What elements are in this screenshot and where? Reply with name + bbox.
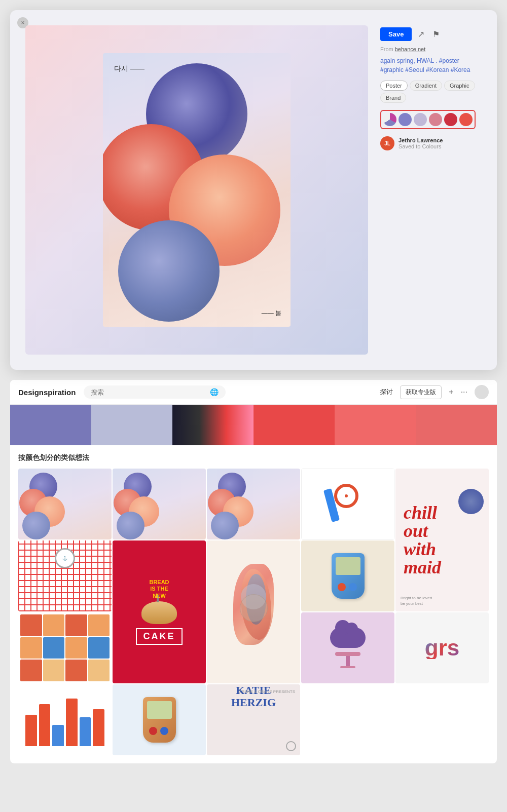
swatch-coral[interactable] bbox=[459, 113, 473, 126]
designspiration-panel: Designspiration 🌐 探讨 获取专业版 + ··· 按颜色划分的类… bbox=[10, 380, 497, 763]
bread-visual bbox=[141, 601, 177, 624]
cake-plate bbox=[335, 652, 360, 656]
color-segment-1 bbox=[10, 405, 91, 445]
katie-presents: CRANE & CRANE PRESENTS bbox=[239, 689, 295, 694]
color-segment-5 bbox=[335, 405, 416, 445]
gameby-2-screen bbox=[147, 701, 172, 719]
avatar: JL bbox=[380, 136, 394, 150]
modal-container: × 다시 —— —— 봄 Save ↗ ⚑ From behance.net bbox=[10, 10, 497, 370]
grid-item-fabric[interactable]: ⚓ bbox=[18, 540, 112, 611]
pattern-content bbox=[18, 612, 112, 683]
action-row: Save ↗ ⚑ bbox=[380, 27, 482, 41]
grid-item-bread[interactable]: BREADIS THENEW CAKE bbox=[113, 540, 206, 683]
nav-actions: 探讨 获取专业版 + ··· bbox=[380, 385, 489, 399]
grid-item-gameby-2[interactable] bbox=[113, 684, 206, 755]
poster-image: 다시 —— —— 봄 bbox=[103, 53, 291, 327]
poster-text-top: 다시 —— bbox=[114, 64, 144, 73]
chart-bar-6 bbox=[93, 709, 104, 746]
save-button[interactable]: Save bbox=[380, 27, 412, 41]
grid-item-poster-1[interactable] bbox=[18, 469, 112, 539]
katie-content: CRANE & CRANE PRESENTS KATIEHERZIG bbox=[207, 684, 300, 755]
poster-background: 다시 —— —— 봄 bbox=[25, 25, 368, 355]
poster-thumb-2 bbox=[113, 469, 206, 539]
bookmark-button[interactable]: ⚑ bbox=[430, 27, 442, 41]
cake-stand bbox=[346, 656, 350, 666]
swatch-pie[interactable] bbox=[383, 113, 396, 126]
grid-item-pattern[interactable] bbox=[18, 612, 112, 683]
swatch-lavender[interactable] bbox=[414, 113, 427, 126]
chart-bar-1 bbox=[25, 715, 37, 746]
user-saved: Saved to Colours bbox=[399, 143, 443, 149]
lion-image bbox=[207, 540, 300, 683]
chart-bar-2 bbox=[39, 704, 51, 746]
watch-face bbox=[334, 484, 358, 508]
swatch-rose[interactable] bbox=[429, 113, 442, 126]
tag-poster[interactable]: Poster bbox=[380, 81, 408, 91]
poster-thumb-3 bbox=[207, 469, 300, 539]
color-segment-3 bbox=[172, 405, 254, 445]
chill-decoration bbox=[458, 489, 484, 514]
katie-image: CRANE & CRANE PRESENTS KATIEHERZIG bbox=[207, 684, 300, 755]
share-button[interactable]: ↗ bbox=[416, 27, 426, 41]
gameby-device bbox=[332, 553, 365, 599]
typo-image: grs bbox=[395, 612, 489, 683]
grid-item-gameby-small[interactable] bbox=[301, 540, 394, 611]
pattern-image bbox=[18, 612, 112, 683]
pattern-grid bbox=[18, 612, 112, 683]
grid-item-chart[interactable] bbox=[18, 684, 112, 755]
swatch-crimson[interactable] bbox=[444, 113, 457, 126]
gameby-image bbox=[301, 540, 394, 611]
more-button[interactable]: ··· bbox=[461, 388, 467, 397]
chart-bar-3 bbox=[52, 725, 64, 746]
cloud-shape bbox=[330, 628, 366, 648]
gameby-screen bbox=[336, 557, 360, 575]
navbar: Designspiration 🌐 探讨 获取专业版 + ··· bbox=[10, 380, 497, 405]
chart-image bbox=[18, 684, 112, 755]
close-icon: × bbox=[21, 19, 24, 26]
color-bar bbox=[10, 405, 497, 445]
grid-item-poster-3[interactable] bbox=[207, 469, 300, 539]
grid-item-watch[interactable] bbox=[301, 469, 394, 539]
swatch-blue[interactable] bbox=[399, 113, 412, 126]
lion-artwork bbox=[221, 554, 286, 670]
grid-item-katie[interactable]: CRANE & CRANE PRESENTS KATIEHERZIG bbox=[207, 684, 300, 755]
ds-logo: Designspiration bbox=[18, 388, 76, 397]
bread-image: BREADIS THENEW CAKE bbox=[113, 540, 206, 683]
grid-item-poster-2[interactable] bbox=[113, 469, 206, 539]
gameby-2-image bbox=[113, 684, 206, 755]
cake-text: CAKE bbox=[143, 631, 175, 642]
grid-item-chill[interactable]: chilloutwithmaid Bright to be lovedbe yo… bbox=[395, 469, 489, 611]
section-title: 按颜色划分的类似想法 bbox=[10, 445, 497, 469]
source-link[interactable]: behance.net bbox=[395, 46, 426, 52]
user-avatar[interactable] bbox=[475, 385, 489, 399]
source-line: From behance.net bbox=[380, 46, 482, 52]
cloud-visual bbox=[328, 623, 368, 673]
poster-text-bottom: —— 봄 bbox=[262, 309, 281, 318]
search-input[interactable] bbox=[91, 389, 207, 396]
tag-gradient[interactable]: Gradient bbox=[410, 81, 442, 91]
chart-content bbox=[22, 689, 107, 750]
color-segment-4 bbox=[254, 405, 335, 445]
grid-item-cloud[interactable] bbox=[301, 612, 394, 683]
grid-item-typo[interactable]: grs bbox=[395, 612, 489, 683]
tag-brand[interactable]: Brand bbox=[380, 93, 406, 103]
tag-graphic[interactable]: Graphic bbox=[444, 81, 475, 91]
image-grid: chilloutwithmaid Bright to be lovedbe yo… bbox=[10, 469, 497, 763]
add-button[interactable]: + bbox=[449, 388, 453, 397]
color-segment-6 bbox=[416, 405, 497, 445]
poster-thumb-bg-3 bbox=[207, 469, 300, 539]
pro-button[interactable]: 获取专业版 bbox=[400, 385, 442, 399]
modal-content: 다시 —— —— 봄 Save ↗ ⚑ From behance.net aga… bbox=[25, 25, 482, 355]
watch-visual bbox=[325, 476, 371, 532]
user-info: Jethro Lawrence Saved to Colours bbox=[399, 137, 443, 149]
fabric-logo: ⚓ bbox=[55, 548, 75, 573]
gameby-2-btn-b bbox=[160, 727, 168, 735]
description: again spring, HWAL . #poster #graphic #S… bbox=[380, 56, 482, 74]
bread-cake-banner: CAKE bbox=[136, 628, 182, 645]
grid-item-lion[interactable] bbox=[207, 540, 300, 683]
poster-thumb-bg-2 bbox=[113, 469, 206, 539]
search-bar[interactable]: 🌐 bbox=[84, 385, 226, 399]
chill-text: chilloutwithmaid bbox=[404, 504, 441, 576]
poster-thumb-bg-1 bbox=[18, 469, 112, 539]
explore-link[interactable]: 探讨 bbox=[380, 388, 393, 397]
